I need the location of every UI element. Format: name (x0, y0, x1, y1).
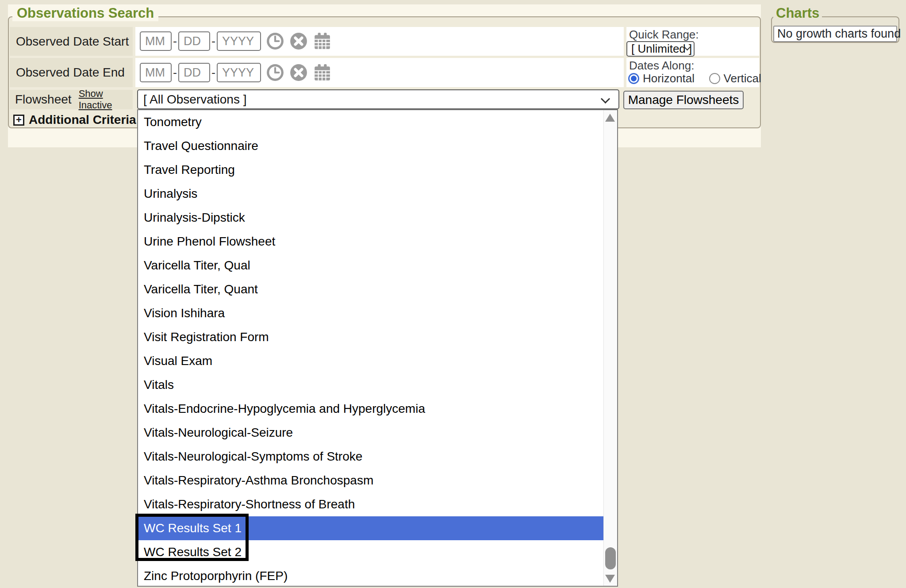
observed-date-end-label-cell: Observed Date End (10, 58, 133, 87)
dropdown-option[interactable]: Urine Phenol Flowsheet (138, 230, 603, 254)
scrollbar-thumb[interactable] (605, 547, 616, 569)
horizontal-radio[interactable] (628, 73, 639, 84)
dropdown-option[interactable]: Vitals-Respiratory-Shortness of Breath (138, 492, 603, 516)
dropdown-option[interactable]: Vitals-Respiratory-Asthma Bronchospasm (138, 469, 603, 492)
additional-criteria-label: Additional Criteria (29, 113, 136, 127)
show-inactive-link[interactable]: Show Inactive (79, 88, 133, 111)
date-end-day-input[interactable] (178, 63, 210, 82)
flowsheet-select[interactable]: [ All Observations ] (137, 89, 619, 109)
vertical-radio[interactable] (709, 73, 720, 84)
dropdown-option[interactable]: Tonometry (138, 110, 603, 134)
flowsheet-label: Flowsheet (10, 92, 72, 107)
dropdown-option[interactable]: Vision Ishihara (138, 301, 603, 325)
clock-icon[interactable] (266, 32, 284, 50)
clear-icon[interactable] (289, 32, 308, 50)
quick-range-select[interactable]: [ Unlimited ] (626, 41, 695, 57)
clock-icon[interactable] (266, 63, 284, 82)
dropdown-option[interactable]: Zinc Protoporphyrin (FEP) (138, 564, 603, 588)
date-start-month-input[interactable] (140, 31, 172, 51)
dropdown-option[interactable]: Travel Questionnaire (138, 134, 603, 158)
dropdown-option[interactable]: Urinalysis-Dipstick (138, 206, 603, 230)
date-start-year-input[interactable] (217, 31, 261, 51)
observed-date-start-label-cell: Observed Date Start (10, 27, 133, 56)
date-start-day-input[interactable] (178, 31, 210, 51)
manage-flowsheets-button[interactable]: Manage Flowsheets (623, 91, 744, 109)
horizontal-radio-label: Horizontal (643, 72, 695, 85)
observations-search-legend: Observations Search (12, 5, 158, 21)
dropdown-option[interactable]: Travel Reporting (138, 158, 603, 182)
dropdown-option[interactable]: Vitals-Neurological-Symptoms of Stroke (138, 445, 603, 469)
quick-range-label: Quick Range: (629, 28, 699, 42)
chevron-down-icon (601, 94, 610, 104)
annotation-box (135, 514, 249, 561)
dates-along-options: Horizontal Vertical (628, 72, 761, 85)
scroll-down-icon[interactable] (605, 575, 615, 583)
observations-search-page: Observations Search Observed Date Start … (0, 0, 906, 588)
observed-date-end-label: Observed Date End (10, 65, 125, 80)
quick-range-value: [ Unlimited ] (631, 42, 692, 56)
date-separator: - (211, 35, 215, 48)
vertical-radio-label: Vertical (724, 72, 761, 85)
date-end-year-input[interactable] (217, 63, 261, 82)
additional-criteria-toggle[interactable]: + Additional Criteria (13, 113, 136, 127)
charts-legend: Charts (773, 5, 822, 21)
date-separator: - (173, 35, 177, 48)
calendar-icon[interactable] (313, 63, 331, 82)
dropdown-option[interactable]: Varicella Titer, Quant (138, 277, 603, 301)
flowsheet-label-cell: Flowsheet Show Inactive (10, 90, 133, 109)
dropdown-option[interactable]: Visual Exam (138, 349, 603, 373)
dropdown-option[interactable]: Vitals-Endocrine-Hypoglycemia and Hyperg… (138, 397, 603, 421)
dates-along-label: Dates Along: (629, 59, 694, 73)
date-start-input-group: - - (140, 31, 331, 51)
date-end-input-group: - - (140, 63, 331, 82)
dropdown-option[interactable]: Urinalysis (138, 182, 603, 206)
dropdown-option[interactable]: Visit Registration Form (138, 325, 603, 349)
dropdown-option[interactable]: Vitals (138, 373, 603, 397)
observed-date-start-label: Observed Date Start (10, 35, 129, 49)
date-end-month-input[interactable] (140, 63, 172, 82)
expand-plus-icon[interactable]: + (13, 115, 24, 126)
dropdown-option[interactable]: Vitals-Neurological-Seizure (138, 421, 603, 445)
flowsheet-select-value: [ All Observations ] (143, 92, 246, 107)
calendar-icon[interactable] (313, 32, 331, 50)
charts-message-box: No growth charts found (773, 26, 897, 42)
dropdown-option[interactable]: Varicella Titer, Qual (138, 254, 603, 277)
date-separator: - (173, 66, 177, 80)
scroll-up-icon[interactable] (605, 114, 615, 122)
date-separator: - (211, 66, 215, 80)
charts-message: No growth charts found (777, 27, 901, 41)
clear-icon[interactable] (289, 63, 308, 82)
dropdown-scrollbar[interactable] (603, 110, 617, 586)
